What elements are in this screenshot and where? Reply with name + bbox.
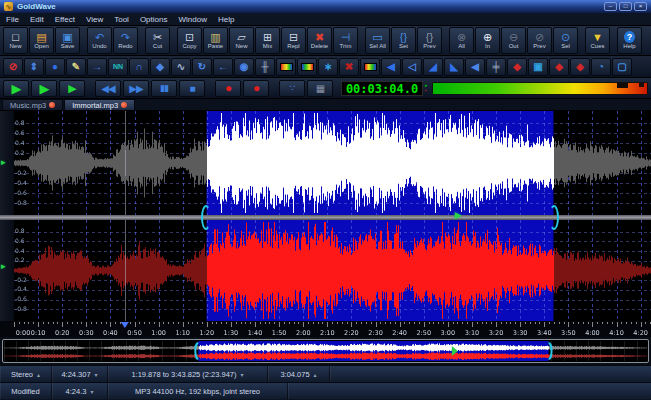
close-button[interactable]: × (634, 2, 647, 11)
effect-parametric-eq-button[interactable] (297, 58, 317, 76)
effect-noise-reduction-button[interactable]: NN (108, 58, 128, 76)
all-button[interactable]: ⊗All (449, 27, 474, 54)
toolbar-button-label: In (485, 43, 490, 50)
effect-echo-button[interactable]: ← (213, 58, 233, 76)
tab-close-icon[interactable] (49, 102, 55, 108)
play-selection-button[interactable]: ▶ (31, 80, 57, 97)
help-button[interactable]: ?Help (617, 27, 642, 54)
stop-button[interactable]: ■ (179, 80, 205, 97)
set-button[interactable]: {}Set (391, 27, 416, 54)
trim-button[interactable]: ⊣Trim (333, 27, 358, 54)
sel-button[interactable]: ⊙Sel (553, 27, 578, 54)
menu-window[interactable]: Window (178, 15, 206, 24)
prev-button[interactable]: {}Prev (417, 27, 442, 54)
effect-cue-point-button[interactable]: ◆ (549, 58, 569, 76)
open-button[interactable]: ▤Open (29, 27, 54, 54)
effect-equalizer-button[interactable] (276, 58, 296, 76)
tab-music-mp3[interactable]: Music.mp3 (2, 99, 63, 110)
repl-button[interactable]: ⊟Repl (281, 27, 306, 54)
paste-button[interactable]: ▥Paste (203, 27, 228, 54)
play-all-button[interactable]: ▶ (3, 80, 29, 97)
record-icon: ● (225, 83, 231, 94)
pause-button[interactable]: ▮▮ (151, 80, 177, 97)
in-button[interactable]: ⊕In (475, 27, 500, 54)
effect-offset-button[interactable]: → (87, 58, 107, 76)
monitor-button[interactable]: ∵ (279, 80, 305, 97)
copy-button[interactable]: ⊡Copy (177, 27, 202, 54)
title-bar: ∿ GoldWave –□× (0, 0, 651, 13)
toolbar-button-label: Mix (263, 43, 272, 50)
cut-button[interactable]: ✂Cut (145, 27, 170, 54)
menu-options[interactable]: Options (140, 15, 168, 24)
left-channel-waveform[interactable] (14, 111, 651, 215)
maximize-button[interactable]: □ (619, 2, 632, 11)
effect-volume-down-button[interactable]: ◁ (402, 58, 422, 76)
channel-mode-dropdown-icon[interactable]: ▴ (37, 371, 40, 378)
minimize-button[interactable]: – (604, 2, 617, 11)
undo-button[interactable]: ↶Undo (87, 27, 112, 54)
total-length-dropdown-icon[interactable]: ▾ (95, 371, 98, 378)
effect-fade-out-button[interactable]: ◣ (444, 58, 464, 76)
effect-eq-sliders-button[interactable]: ╫ (255, 58, 275, 76)
effect-playback-device-button[interactable]: ◀ (381, 58, 401, 76)
right-channel-handle-icon[interactable]: ▸ (1, 261, 6, 271)
effect-spectrum-button[interactable] (360, 58, 380, 76)
effect-comment-button[interactable]: ▣ (528, 58, 548, 76)
playback-position-dropdown-icon[interactable]: ▴ (314, 371, 317, 378)
selection-start-handle[interactable] (201, 205, 211, 230)
effect-filter-button[interactable]: ∿ (171, 58, 191, 76)
new-button[interactable]: □New (3, 27, 28, 54)
playhead-marker-icon[interactable]: ▶ (455, 210, 462, 220)
effect-volume-shape-button[interactable]: ╪ (486, 58, 506, 76)
save-button[interactable]: ▣Save (55, 27, 80, 54)
record-button[interactable]: ● (215, 80, 241, 97)
record-selection-button[interactable]: ● (243, 80, 269, 97)
menu-file[interactable]: File (6, 15, 19, 24)
effect-reverse-button[interactable]: ∩ (129, 58, 149, 76)
tab-close-icon[interactable] (121, 102, 127, 108)
menu-view[interactable]: View (86, 15, 103, 24)
effect-filter-icon: ∿ (177, 62, 185, 72)
play-from-button[interactable]: ▶ (59, 80, 85, 97)
file-length-dropdown-icon[interactable]: ▾ (90, 388, 93, 395)
effect-draw-button[interactable]: ✎ (66, 58, 86, 76)
effect-flanger-button[interactable]: ↻ (192, 58, 212, 76)
delete-button[interactable]: ✖Delete (307, 27, 332, 54)
effect-pan-button[interactable]: ◀ (465, 58, 485, 76)
menu-help[interactable]: Help (218, 15, 234, 24)
effect-mute-button[interactable]: ⊘ (3, 58, 23, 76)
new-button[interactable]: ▱New (229, 27, 254, 54)
cues-button[interactable]: ▼Cues (585, 27, 610, 54)
effect-notes-button[interactable]: ▢ (612, 58, 632, 76)
effect-pitch-icon: ◉ (240, 62, 249, 72)
rewind-button[interactable]: ◀◀ (95, 80, 121, 97)
selection-range-dropdown-icon[interactable]: ▾ (241, 371, 244, 378)
menu-edit[interactable]: Edit (30, 15, 44, 24)
out-button[interactable]: ⊖Out (501, 27, 526, 54)
effect-adjust-button[interactable]: ⇕ (24, 58, 44, 76)
effect-timer-button[interactable]: ◔ (591, 58, 611, 76)
tab-immortal-mp3[interactable]: Immortal.mp3 (64, 99, 135, 110)
time-ruler[interactable] (14, 321, 651, 337)
fast-forward-button[interactable]: ▶▶ (123, 80, 149, 97)
effect-mechanize-button[interactable]: ● (45, 58, 65, 76)
visuals-button[interactable]: ▦ (307, 80, 333, 97)
effect-interpolate-icon: ∗ (324, 62, 332, 72)
effect-cue-view-button[interactable]: ◈ (570, 58, 590, 76)
sel-all-button[interactable]: ▭Sel All (365, 27, 390, 54)
mix-button[interactable]: ⊞Mix (255, 27, 280, 54)
menu-tool[interactable]: Tool (114, 15, 129, 24)
effect-fade-in-button[interactable]: ◢ (423, 58, 443, 76)
effect-doppler-button[interactable]: ◆ (150, 58, 170, 76)
pause-icon: ▮▮ (160, 83, 168, 94)
overview-waveform[interactable] (4, 341, 647, 361)
right-channel-waveform[interactable] (14, 220, 651, 321)
effect-interpolate-button[interactable]: ∗ (318, 58, 338, 76)
left-channel-handle-icon[interactable]: ▸ (1, 157, 6, 167)
prev-button[interactable]: ⊘Prev (527, 27, 552, 54)
effect-silence-button[interactable]: ✖ (339, 58, 359, 76)
effect-pitch-button[interactable]: ◉ (234, 58, 254, 76)
effect-cue-split-button[interactable]: ◆ (507, 58, 527, 76)
redo-button[interactable]: ↷Redo (113, 27, 138, 54)
menu-effect[interactable]: Effect (55, 15, 75, 24)
